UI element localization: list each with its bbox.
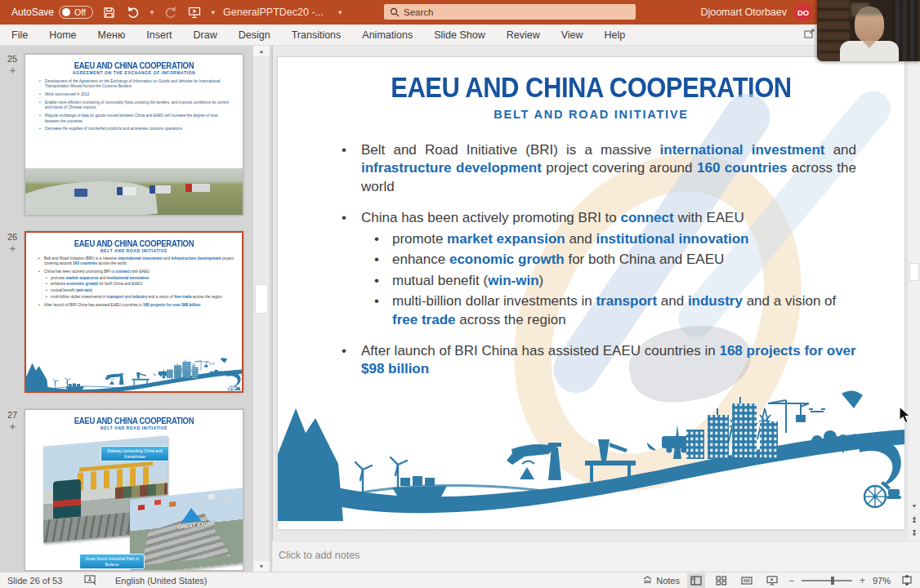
menu-tab-file[interactable]: File (11, 29, 28, 41)
next-slide-icon[interactable]: ▼▼ (909, 527, 920, 539)
presenter-face (855, 7, 884, 42)
search-input[interactable]: Search (384, 4, 636, 20)
scroll-down-icon[interactable]: ▼ (253, 561, 270, 572)
thumb27-caption-left: Railway connecting China and Kazakhstan (100, 446, 169, 461)
slide-number: 27 (7, 410, 17, 420)
bullet-marker: • (342, 209, 346, 227)
reading-view-button[interactable] (738, 573, 756, 588)
menu-tab-help[interactable]: Help (605, 29, 626, 41)
slide-number: 25 (7, 54, 17, 64)
slide-sorter-view-button[interactable] (712, 573, 730, 588)
thumbnail-bullet-line: •Enable more efficient monitoring of com… (38, 100, 233, 111)
slide-subtitle[interactable]: BELT AND ROAD INITIATIVE (278, 108, 904, 121)
zoom-slider[interactable] (802, 580, 852, 581)
slide-body-text[interactable]: •Belt and Road Initiative (BRI) is a mas… (337, 139, 856, 379)
slide-thumbnail-27[interactable]: EAEU AND CHINA COOPERATION BELT AND ROAD… (25, 409, 243, 571)
menu-tab-view[interactable]: View (561, 29, 583, 41)
slideshow-view-button[interactable] (763, 573, 781, 588)
undo-icon[interactable] (126, 4, 142, 20)
menu-tab-home[interactable]: Home (49, 29, 76, 41)
slide-thumbnail-panel: 25 EAEU AND CHINA COOPERATION AGREEMENT … (0, 46, 272, 572)
scroll-up-icon[interactable]: ▲ (253, 46, 270, 56)
bullet-line: •multi-billion dollar investments in tra… (38, 295, 234, 300)
zoom-level[interactable]: 97% (873, 576, 891, 586)
notes-pane[interactable]: Click to add notes (273, 541, 920, 572)
bullet-marker: • (46, 282, 47, 287)
thumb26-subtitle: BELT AND ROAD INITIATIVE (26, 248, 242, 253)
animation-star-icon (9, 67, 16, 74)
bullet-line: •China has been actively promoting BRI t… (337, 209, 856, 227)
title-dropdown-icon[interactable]: ▾ (338, 8, 342, 16)
status-bar: Slide 26 of 53 English (United States) N… (0, 572, 920, 588)
bullet-marker: • (46, 295, 47, 300)
mouse-cursor (899, 407, 912, 425)
thumb25-subtitle: AGREEMENT ON THE EXCHANGE OF INFORMATION (25, 70, 243, 75)
menu-tab-review[interactable]: Review (507, 29, 540, 41)
slide-title[interactable]: EAEU AND CHINA COOPERATION (278, 71, 904, 105)
thumb25-bullets: •Development of the Agreement on the Exc… (38, 79, 233, 132)
menu-tab-draw[interactable]: Draw (194, 29, 217, 41)
thumb27-subtitle: BELT AND ROAD INITIATIVE (25, 425, 243, 430)
undo-dropdown-icon[interactable]: ▾ (150, 8, 154, 16)
zoom-out-icon[interactable]: − (788, 575, 794, 586)
thumbnail-scrollbar[interactable]: ▲ ▼ (253, 46, 270, 572)
scrollbar-thumb[interactable] (255, 284, 268, 314)
bullet-line: •mutual benefit (win-win) (337, 272, 856, 290)
thumbnail-bullet-line: •Development of the Agreement on the Exc… (38, 79, 233, 90)
zoom-in-icon[interactable]: + (860, 575, 865, 586)
avatar[interactable]: DO (794, 3, 812, 21)
thumb26-skyline-art (26, 358, 242, 393)
menu-tab-insert[interactable]: Insert (146, 29, 172, 41)
bullet-marker: • (46, 276, 47, 281)
scroll-down-icon[interactable]: ▼ (909, 500, 920, 512)
menu-tab-slide-show[interactable]: Slide Show (434, 29, 485, 41)
thumb26-title: EAEU AND CHINA COOPERATION (26, 238, 242, 248)
thumbnail-bullet-line: •Decrease the supplies of counterfeit pr… (38, 127, 233, 131)
webcam-video-overlay[interactable] (817, 0, 920, 61)
thumb27-caption-right: Great Stone Industrial Park in Belarus (79, 554, 145, 569)
save-icon[interactable] (101, 4, 118, 20)
thumbnail-bullet-line: •Work commenced in 2012 (38, 92, 233, 97)
autosave-state: Off (74, 7, 86, 17)
scrollbar-thumb[interactable] (909, 263, 919, 281)
bullet-line: •promote market expansion and institutio… (38, 276, 234, 281)
slide-thumbnail-25[interactable]: EAEU AND CHINA COOPERATION AGREEMENT ON … (25, 54, 243, 216)
search-icon (390, 7, 400, 17)
menu-tab-меню[interactable]: Меню (98, 29, 126, 41)
previous-slide-icon[interactable]: ▲▲ (909, 513, 920, 525)
bullet-line: •China has been actively promoting BRI t… (38, 270, 234, 274)
bullet-marker: • (374, 230, 379, 248)
animation-star-icon (9, 245, 16, 252)
thumb26-bullets: •Belt and Road Initiative (BRI) is a mas… (38, 256, 234, 308)
bullet-line: •promote market expansion and institutio… (337, 230, 856, 248)
title-bar: AutoSave Off ▾ ▾ GeneralPPTDec20 - (0, 0, 920, 24)
document-title: GeneralPPTDec20 -... (223, 7, 324, 18)
zoom-slider-thumb[interactable] (831, 577, 834, 585)
notes-placeholder[interactable]: Click to add notes (279, 550, 360, 561)
bullet-marker: • (374, 292, 379, 310)
bullet-marker: • (342, 141, 346, 159)
slide-thumbnail-26-selected[interactable]: EAEU AND CHINA COOPERATION BELT AND ROAD… (25, 231, 243, 393)
slide-scrollbar[interactable]: ▼ ▲▲ ▼▼ (909, 46, 920, 541)
start-slideshow-icon[interactable] (186, 4, 203, 20)
bullet-line: •After launch of BRI China has assisted … (337, 342, 856, 379)
slide-canvas[interactable]: EAEU AND CHINA COOPERATION BELT AND ROAD… (278, 57, 904, 529)
autosave-toggle[interactable]: Off (59, 6, 93, 19)
powerpoint-window: AutoSave Off ▾ ▾ GeneralPPTDec20 - (0, 0, 920, 588)
redo-icon (162, 4, 178, 20)
bullet-line: •multi-billion dollar investments in tra… (337, 292, 856, 329)
menu-tab-design[interactable]: Design (239, 29, 270, 41)
fit-slide-to-window-icon[interactable] (898, 573, 916, 588)
normal-view-button[interactable] (687, 573, 705, 588)
customize-toolbar-icon[interactable]: ▾ (211, 8, 215, 16)
share-icon[interactable] (804, 28, 815, 39)
skyline-illustration (278, 390, 904, 521)
accessibility-icon[interactable] (84, 575, 115, 586)
notes-toggle-button[interactable]: Notes (642, 573, 680, 588)
menu-tab-transitions[interactable]: Transitions (292, 29, 342, 41)
autosave-label: AutoSave (11, 7, 54, 18)
bullet-marker: • (46, 288, 47, 293)
menu-tab-animations[interactable]: Animations (362, 29, 413, 41)
autosave-control[interactable]: AutoSave Off (11, 6, 93, 19)
language-indicator[interactable]: English (United States) (115, 576, 208, 586)
